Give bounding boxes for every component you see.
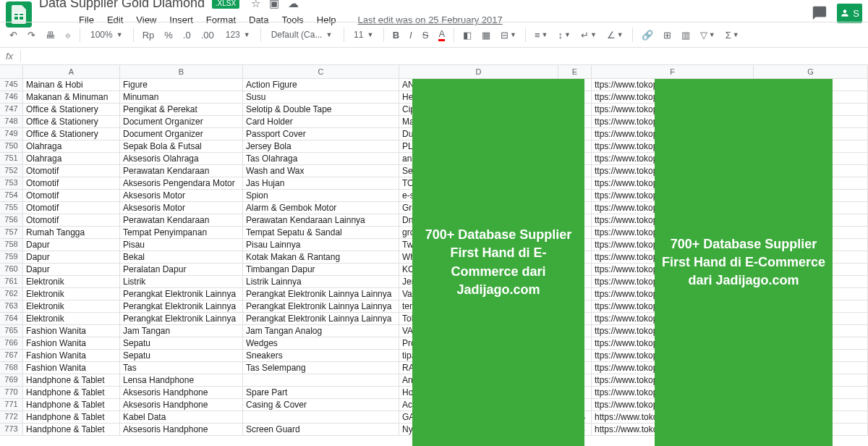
row-header[interactable]: 766 — [0, 337, 23, 350]
cell[interactable]: Jam Tangan Analog — [243, 325, 399, 337]
cell[interactable]: Handphone & Tablet — [23, 411, 120, 424]
cell[interactable]: Makanan & Minuman — [23, 91, 120, 104]
cell[interactable]: Spion — [243, 190, 399, 202]
row-header[interactable]: 765 — [0, 325, 23, 337]
cell[interactable]: Rumah Tangga — [23, 227, 120, 239]
cell[interactable]: Elektronik — [23, 276, 120, 288]
col-header-F[interactable]: F — [592, 65, 754, 79]
cell[interactable]: Passport Cover — [243, 128, 399, 140]
cell[interactable]: Sepatu — [120, 350, 243, 362]
cell[interactable]: Jas Hujan — [243, 177, 399, 190]
row-header[interactable]: 755 — [0, 202, 23, 214]
cell[interactable]: Handphone & Tablet — [23, 424, 120, 436]
row-header[interactable]: 761 — [0, 276, 23, 288]
row-header[interactable]: 753 — [0, 177, 23, 190]
star-icon[interactable]: ☆ — [251, 0, 260, 10]
wrap-btn[interactable]: ↵▼ — [577, 27, 600, 43]
cell[interactable]: Perangkat Elektronik Lainnya — [120, 300, 243, 313]
col-header-A[interactable]: A — [23, 65, 120, 79]
col-header-D[interactable]: D — [399, 65, 558, 79]
cell[interactable]: Fashion Wanita — [23, 337, 120, 350]
cell[interactable]: Perawatan Kendaraan — [120, 165, 243, 177]
comment-btn[interactable]: ⊞ — [660, 27, 675, 43]
cell[interactable]: Dapur — [23, 239, 120, 251]
cell[interactable]: Perangkat Elektronik Lainnya — [120, 313, 243, 325]
cell[interactable]: Perangkat Elektronik Lainnya — [120, 288, 243, 300]
cell[interactable]: Fashion Wanita — [23, 362, 120, 374]
row-header[interactable]: 751 — [0, 153, 23, 165]
cell[interactable]: Fashion Wanita — [23, 350, 120, 362]
font-select[interactable]: Default (Ca...▼ — [266, 27, 339, 43]
row-header[interactable]: 750 — [0, 140, 23, 153]
row-header[interactable]: 768 — [0, 362, 23, 374]
cell[interactable]: Lensa Handphone — [120, 374, 243, 387]
cell[interactable]: Document Organizer — [120, 128, 243, 140]
cell[interactable]: Aksesoris Handphone — [120, 387, 243, 399]
fill-color-btn[interactable]: ◧ — [459, 27, 475, 43]
undo-icon[interactable]: ↶ — [6, 27, 21, 43]
cell[interactable]: Elektronik — [23, 288, 120, 300]
cell[interactable]: Action Figure — [243, 79, 399, 91]
doc-title[interactable]: Data Supplier Gold Diamond — [39, 0, 205, 11]
cell[interactable]: Figure — [120, 79, 243, 91]
row-header[interactable]: 771 — [0, 399, 23, 411]
cell[interactable]: Aksesoris Motor — [120, 190, 243, 202]
more-formats-btn[interactable]: 123▼ — [221, 27, 255, 43]
row-header[interactable]: 747 — [0, 104, 23, 116]
row-header[interactable]: 759 — [0, 251, 23, 264]
row-header[interactable]: 770 — [0, 387, 23, 399]
cell[interactable]: Perawatan Kendaraan Lainnya — [243, 214, 399, 227]
row-header[interactable]: 773 — [0, 424, 23, 436]
row-header[interactable]: 745 — [0, 79, 23, 91]
col-header-G[interactable]: G — [754, 65, 868, 79]
cell[interactable]: Otomotif — [23, 165, 120, 177]
cell[interactable]: Pisau — [120, 239, 243, 251]
zoom-select[interactable]: 100%▼ — [85, 27, 128, 43]
rotate-btn[interactable]: ∠▼ — [603, 27, 627, 43]
cell[interactable]: Perangkat Elektronik Lainnya Lainnya — [243, 300, 399, 313]
cell[interactable]: Listrik — [120, 276, 243, 288]
chart-btn[interactable]: ▥ — [678, 27, 694, 43]
filter-btn[interactable]: ▽▼ — [697, 27, 719, 43]
row-header[interactable]: 769 — [0, 374, 23, 387]
select-all-corner[interactable] — [0, 65, 23, 79]
cell[interactable]: Listrik Lainnya — [243, 276, 399, 288]
row-header[interactable]: 764 — [0, 313, 23, 325]
col-header-B[interactable]: B — [120, 65, 243, 79]
paint-format-icon[interactable]: ⟐ — [61, 27, 75, 43]
currency-btn[interactable]: Rp — [139, 27, 158, 43]
cell[interactable]: Otomotif — [23, 190, 120, 202]
cell[interactable]: Tas — [120, 362, 243, 374]
cell[interactable]: Otomotif — [23, 202, 120, 214]
cloud-icon[interactable]: ☁ — [288, 0, 299, 10]
valign-btn[interactable]: ↕▼ — [554, 27, 574, 43]
col-header-C[interactable]: C — [243, 65, 399, 79]
redo-icon[interactable]: ↷ — [24, 27, 39, 43]
row-header[interactable]: 763 — [0, 300, 23, 313]
halign-btn[interactable]: ≡▼ — [531, 27, 552, 43]
formula-input[interactable] — [21, 51, 862, 62]
cell[interactable] — [243, 374, 399, 387]
cell[interactable]: Alarm & Gembok Motor — [243, 202, 399, 214]
cell[interactable]: Aksesoris Motor — [120, 202, 243, 214]
cell[interactable]: Sneakers — [243, 350, 399, 362]
cell[interactable]: Selotip & Double Tape — [243, 104, 399, 116]
print-icon[interactable]: 🖶 — [42, 27, 59, 43]
cell[interactable]: Peralatan Dapur — [120, 264, 243, 276]
cell[interactable]: Fashion Wanita — [23, 325, 120, 337]
cell[interactable]: Aksesoris Pengendara Motor — [120, 177, 243, 190]
cell[interactable]: Office & Stationery — [23, 104, 120, 116]
cell[interactable]: Aksesoris Handphone — [120, 399, 243, 411]
cell[interactable]: Olahraga — [23, 140, 120, 153]
cell[interactable]: Wedges — [243, 337, 399, 350]
cell[interactable]: Perangkat Elektronik Lainnya Lainnya — [243, 288, 399, 300]
move-icon[interactable]: ▣ — [269, 0, 279, 10]
increase-decimal-btn[interactable]: .00 — [197, 27, 218, 43]
text-color-btn[interactable]: A — [435, 25, 448, 44]
cell[interactable] — [243, 411, 399, 424]
strike-btn[interactable]: S — [419, 27, 433, 43]
cell[interactable]: Wash and Wax — [243, 165, 399, 177]
font-size-select[interactable]: 11▼ — [349, 27, 378, 43]
cell[interactable]: Otomotif — [23, 177, 120, 190]
cell[interactable]: Elektronik — [23, 313, 120, 325]
